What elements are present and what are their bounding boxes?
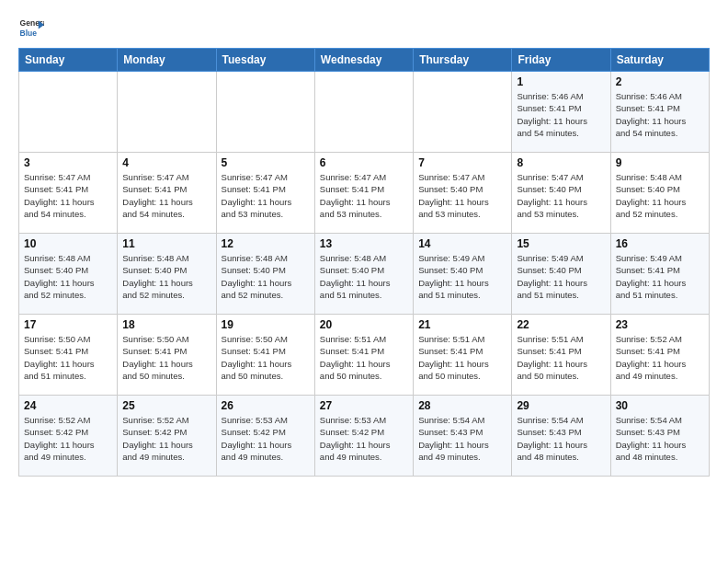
day-info: Sunrise: 5:53 AM Sunset: 5:42 PM Dayligh… [320,414,408,463]
calendar-cell: 10Sunrise: 5:48 AM Sunset: 5:40 PM Dayli… [19,234,118,315]
calendar-week-row: 24Sunrise: 5:52 AM Sunset: 5:42 PM Dayli… [19,396,710,477]
day-info: Sunrise: 5:47 AM Sunset: 5:41 PM Dayligh… [320,171,408,220]
calendar-cell: 17Sunrise: 5:50 AM Sunset: 5:41 PM Dayli… [19,315,118,396]
calendar-cell: 20Sunrise: 5:51 AM Sunset: 5:41 PM Dayli… [314,315,413,396]
calendar-week-row: 10Sunrise: 5:48 AM Sunset: 5:40 PM Dayli… [19,234,710,315]
calendar-header-row: SundayMondayTuesdayWednesdayThursdayFrid… [19,49,710,72]
day-number: 10 [24,237,112,250]
calendar-cell: 16Sunrise: 5:49 AM Sunset: 5:41 PM Dayli… [610,234,709,315]
day-number: 11 [122,237,210,250]
day-info: Sunrise: 5:48 AM Sunset: 5:40 PM Dayligh… [122,252,210,301]
day-number: 19 [222,318,310,331]
weekday-header: Saturday [610,49,709,72]
day-number: 17 [24,318,112,331]
calendar-cell: 14Sunrise: 5:49 AM Sunset: 5:40 PM Dayli… [414,234,512,315]
day-number: 28 [418,399,506,412]
calendar-cell: 13Sunrise: 5:48 AM Sunset: 5:40 PM Dayli… [314,234,413,315]
day-info: Sunrise: 5:52 AM Sunset: 5:42 PM Dayligh… [24,414,112,463]
day-number: 15 [517,237,605,250]
weekday-header: Monday [118,49,216,72]
calendar-cell: 11Sunrise: 5:48 AM Sunset: 5:40 PM Dayli… [118,234,216,315]
calendar-cell: 8Sunrise: 5:47 AM Sunset: 5:40 PM Daylig… [512,153,610,234]
weekday-header: Tuesday [216,49,314,72]
day-number: 23 [616,318,704,331]
day-number: 12 [222,237,310,250]
day-number: 14 [418,237,506,250]
calendar-cell [216,72,314,153]
calendar-cell: 28Sunrise: 5:54 AM Sunset: 5:43 PM Dayli… [414,396,512,477]
day-number: 6 [320,156,408,169]
day-number: 4 [122,156,210,169]
calendar-cell: 29Sunrise: 5:54 AM Sunset: 5:43 PM Dayli… [512,396,610,477]
calendar-cell: 12Sunrise: 5:48 AM Sunset: 5:40 PM Dayli… [216,234,314,315]
weekday-header: Friday [512,49,610,72]
day-number: 27 [320,399,408,412]
calendar-cell: 22Sunrise: 5:51 AM Sunset: 5:41 PM Dayli… [512,315,610,396]
weekday-header: Thursday [414,49,512,72]
day-info: Sunrise: 5:54 AM Sunset: 5:43 PM Dayligh… [616,414,704,463]
day-info: Sunrise: 5:48 AM Sunset: 5:40 PM Dayligh… [222,252,310,301]
day-number: 7 [418,156,506,169]
day-info: Sunrise: 5:54 AM Sunset: 5:43 PM Dayligh… [418,414,506,463]
day-info: Sunrise: 5:49 AM Sunset: 5:40 PM Dayligh… [517,252,605,301]
day-number: 2 [616,75,704,88]
calendar-cell: 6Sunrise: 5:47 AM Sunset: 5:41 PM Daylig… [314,153,413,234]
logo: General Blue [18,15,46,40]
day-info: Sunrise: 5:49 AM Sunset: 5:41 PM Dayligh… [616,252,704,301]
day-number: 8 [517,156,605,169]
day-info: Sunrise: 5:48 AM Sunset: 5:40 PM Dayligh… [320,252,408,301]
day-info: Sunrise: 5:50 AM Sunset: 5:41 PM Dayligh… [24,333,112,382]
day-info: Sunrise: 5:46 AM Sunset: 5:41 PM Dayligh… [616,90,704,139]
svg-text:Blue: Blue [20,29,38,38]
calendar-cell [314,72,413,153]
day-number: 24 [24,399,112,412]
day-number: 16 [616,237,704,250]
day-number: 22 [517,318,605,331]
calendar-table: SundayMondayTuesdayWednesdayThursdayFrid… [18,48,710,477]
calendar-cell: 4Sunrise: 5:47 AM Sunset: 5:41 PM Daylig… [118,153,216,234]
day-number: 9 [616,156,704,169]
day-info: Sunrise: 5:47 AM Sunset: 5:41 PM Dayligh… [222,171,310,220]
day-number: 25 [122,399,210,412]
calendar-week-row: 3Sunrise: 5:47 AM Sunset: 5:41 PM Daylig… [19,153,710,234]
day-number: 21 [418,318,506,331]
calendar-cell: 3Sunrise: 5:47 AM Sunset: 5:41 PM Daylig… [19,153,118,234]
day-info: Sunrise: 5:46 AM Sunset: 5:41 PM Dayligh… [517,90,605,139]
calendar-cell: 24Sunrise: 5:52 AM Sunset: 5:42 PM Dayli… [19,396,118,477]
weekday-header: Sunday [19,49,118,72]
calendar-cell: 30Sunrise: 5:54 AM Sunset: 5:43 PM Dayli… [610,396,709,477]
day-number: 3 [24,156,112,169]
calendar-cell: 18Sunrise: 5:50 AM Sunset: 5:41 PM Dayli… [118,315,216,396]
day-number: 30 [616,399,704,412]
day-info: Sunrise: 5:47 AM Sunset: 5:41 PM Dayligh… [122,171,210,220]
day-info: Sunrise: 5:47 AM Sunset: 5:40 PM Dayligh… [418,171,506,220]
calendar-cell: 27Sunrise: 5:53 AM Sunset: 5:42 PM Dayli… [314,396,413,477]
day-info: Sunrise: 5:50 AM Sunset: 5:41 PM Dayligh… [122,333,210,382]
calendar-cell: 26Sunrise: 5:53 AM Sunset: 5:42 PM Dayli… [216,396,314,477]
calendar-cell: 21Sunrise: 5:51 AM Sunset: 5:41 PM Dayli… [414,315,512,396]
day-number: 18 [122,318,210,331]
day-info: Sunrise: 5:47 AM Sunset: 5:41 PM Dayligh… [24,171,112,220]
day-number: 5 [222,156,310,169]
calendar-cell: 7Sunrise: 5:47 AM Sunset: 5:40 PM Daylig… [414,153,512,234]
day-info: Sunrise: 5:52 AM Sunset: 5:41 PM Dayligh… [616,333,704,382]
day-info: Sunrise: 5:48 AM Sunset: 5:40 PM Dayligh… [616,171,704,220]
calendar-cell: 25Sunrise: 5:52 AM Sunset: 5:42 PM Dayli… [118,396,216,477]
calendar-cell [19,72,118,153]
logo-icon: General Blue [18,15,44,40]
calendar-cell: 9Sunrise: 5:48 AM Sunset: 5:40 PM Daylig… [610,153,709,234]
day-number: 13 [320,237,408,250]
day-info: Sunrise: 5:51 AM Sunset: 5:41 PM Dayligh… [320,333,408,382]
calendar-cell: 2Sunrise: 5:46 AM Sunset: 5:41 PM Daylig… [610,72,709,153]
calendar-cell: 19Sunrise: 5:50 AM Sunset: 5:41 PM Dayli… [216,315,314,396]
calendar-week-row: 1Sunrise: 5:46 AM Sunset: 5:41 PM Daylig… [19,72,710,153]
day-info: Sunrise: 5:52 AM Sunset: 5:42 PM Dayligh… [122,414,210,463]
calendar-cell [414,72,512,153]
day-info: Sunrise: 5:48 AM Sunset: 5:40 PM Dayligh… [24,252,112,301]
day-number: 20 [320,318,408,331]
day-number: 26 [222,399,310,412]
page-header: General Blue [18,15,710,40]
day-info: Sunrise: 5:50 AM Sunset: 5:41 PM Dayligh… [222,333,310,382]
calendar-cell [118,72,216,153]
weekday-header: Wednesday [314,49,413,72]
